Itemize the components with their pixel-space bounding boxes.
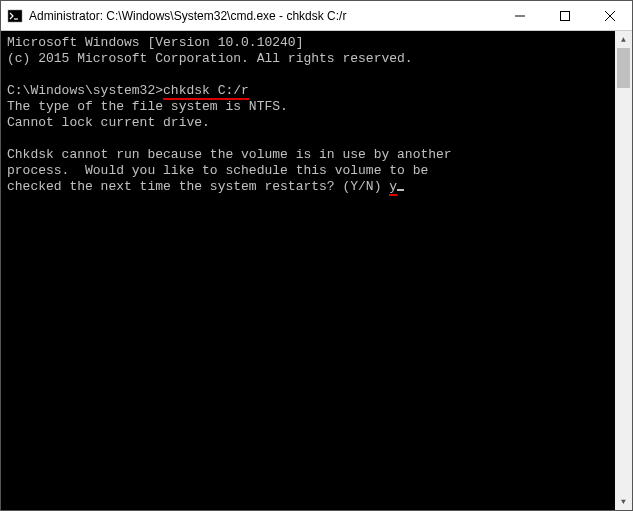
- output-line: Microsoft Windows [Version 10.0.10240]: [7, 35, 609, 51]
- vertical-scrollbar[interactable]: ▲ ▼: [615, 31, 632, 510]
- prompt-line: checked the next time the system restart…: [7, 179, 609, 195]
- window-title: Administrator: C:\Windows\System32\cmd.e…: [29, 9, 497, 23]
- cmd-icon: [7, 8, 23, 24]
- svg-rect-3: [560, 11, 569, 20]
- terminal-output[interactable]: Microsoft Windows [Version 10.0.10240](c…: [1, 31, 615, 510]
- terminal-area: Microsoft Windows [Version 10.0.10240](c…: [1, 31, 632, 510]
- output-line: The type of the file system is NTFS.: [7, 99, 609, 115]
- scroll-up-button[interactable]: ▲: [615, 31, 632, 48]
- scrollbar-track[interactable]: [615, 48, 632, 493]
- maximize-button[interactable]: [542, 1, 587, 30]
- prompt-prefix: C:\Windows\system32>: [7, 83, 163, 98]
- prompt-line: C:\Windows\system32>chkdsk C:/r: [7, 83, 609, 99]
- output-line: [7, 67, 609, 83]
- command-text: chkdsk C:/r: [163, 83, 249, 100]
- window-controls: [497, 1, 632, 30]
- output-line: process. Would you like to schedule this…: [7, 163, 609, 179]
- output-line: (c) 2015 Microsoft Corporation. All righ…: [7, 51, 609, 67]
- scroll-down-button[interactable]: ▼: [615, 493, 632, 510]
- output-text: checked the next time the system restart…: [7, 179, 389, 194]
- titlebar[interactable]: Administrator: C:\Windows\System32\cmd.e…: [1, 1, 632, 31]
- output-line: Cannot lock current drive.: [7, 115, 609, 131]
- svg-rect-0: [8, 10, 22, 22]
- close-button[interactable]: [587, 1, 632, 30]
- cmd-window: Administrator: C:\Windows\System32\cmd.e…: [0, 0, 633, 511]
- cursor: [397, 189, 404, 191]
- output-line: Chkdsk cannot run because the volume is …: [7, 147, 609, 163]
- output-line: [7, 131, 609, 147]
- scrollbar-thumb[interactable]: [617, 48, 630, 88]
- user-input: y: [389, 179, 397, 196]
- minimize-button[interactable]: [497, 1, 542, 30]
